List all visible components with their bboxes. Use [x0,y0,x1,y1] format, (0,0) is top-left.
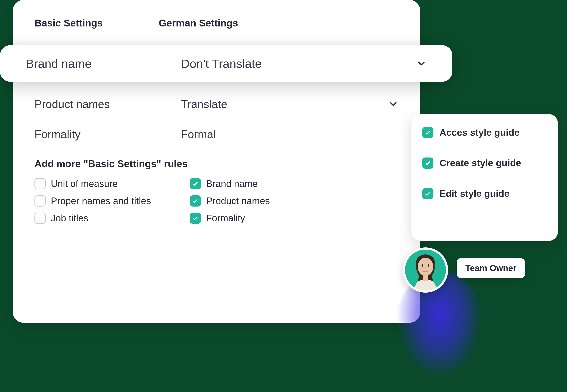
rule-label: Product names [206,196,270,206]
permissions-panel: Acces style guide Create style guide Edi… [411,114,558,241]
setting-value: Don't Translate [181,56,416,70]
check-icon [422,127,433,138]
section-title: Add more "Basic Settings" rules [34,158,399,169]
rule-label: Proper names and titles [51,196,151,206]
rule-unit-of-measure[interactable]: Unit of measure [34,178,151,189]
svg-point-1 [418,258,433,276]
setting-row-brand-name[interactable]: Brand name Don't Translate [0,45,452,82]
rules-column-left: Unit of measure Proper names and titles … [34,178,151,224]
svg-point-2 [422,265,423,266]
chevron-down-icon[interactable] [416,58,427,69]
rules-column-right: Brand name Product names Formality [190,178,270,224]
checkbox-checked[interactable] [190,195,201,207]
check-icon [422,188,433,199]
svg-point-3 [428,265,429,266]
permission-create-style-guide: Create style guide [422,157,547,169]
checkbox[interactable] [34,212,46,224]
check-icon [422,157,433,169]
setting-row-formality[interactable]: Formality Formal [34,119,399,149]
avatar[interactable] [403,247,448,293]
svg-rect-4 [423,275,428,281]
avatar-container [403,247,448,293]
rules-grid: Unit of measure Proper names and titles … [34,178,399,224]
rule-product-names[interactable]: Product names [190,195,270,207]
checkbox[interactable] [34,178,46,189]
permission-edit-style-guide: Edit style guide [422,188,547,199]
chevron-down-icon[interactable] [388,99,399,109]
rule-proper-names[interactable]: Proper names and titles [34,195,151,207]
permission-label: Edit style guide [439,188,509,199]
setting-value: Formal [181,128,399,141]
tab-basic-settings[interactable]: Basic Settings [34,17,103,29]
rule-brand-name[interactable]: Brand name [190,178,270,189]
avatar-person-icon [408,252,443,291]
permission-label: Create style guide [439,158,521,168]
rule-job-titles[interactable]: Job titles [34,212,151,224]
permission-label: Acces style guide [439,127,520,138]
permission-access-style-guide: Acces style guide [422,127,547,138]
checkbox-checked[interactable] [190,212,201,224]
settings-rows: Product names Translate Formality Formal… [34,89,399,224]
tab-german-settings[interactable]: German Settings [159,17,238,29]
setting-label: Formality [34,128,181,141]
rule-label: Unit of measure [51,178,118,189]
setting-label: Product names [34,98,181,111]
setting-row-product-names[interactable]: Product names Translate [34,89,399,119]
rule-label: Job titles [51,213,88,224]
tabs: Basic Settings German Settings [34,17,399,29]
checkbox-checked[interactable] [190,178,201,189]
setting-label: Brand name [26,56,181,70]
checkbox[interactable] [34,195,46,207]
role-badge: Team Owner [457,258,525,278]
rule-label: Brand name [206,178,258,189]
setting-value: Translate [181,98,388,111]
rule-formality[interactable]: Formality [190,212,270,224]
rule-label: Formality [206,213,245,224]
